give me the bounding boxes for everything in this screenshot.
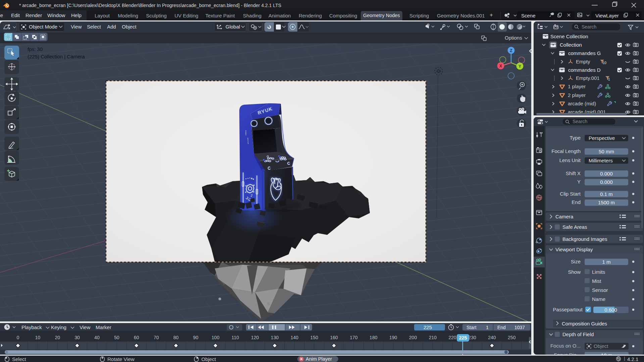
- svg-text:Focus Dis...: Focus Dis...: [554, 352, 581, 355]
- svg-text:arcade (mid): arcade (mid): [568, 101, 596, 106]
- svg-text:2 player: 2 player: [568, 92, 586, 98]
- svg-text:170: 170: [350, 335, 358, 340]
- svg-text:Focus on O...: Focus on O...: [550, 343, 581, 349]
- svg-text:Empty: Empty: [576, 59, 590, 64]
- svg-text:Limits: Limits: [592, 269, 605, 275]
- svg-text:Safe Areas: Safe Areas: [562, 224, 587, 230]
- svg-text:Composition Guides: Composition Guides: [562, 321, 607, 326]
- svg-text:50 mm: 50 mm: [599, 149, 614, 154]
- svg-text:20: 20: [55, 335, 60, 340]
- svg-text:50: 50: [114, 335, 119, 340]
- svg-text:100: 100: [211, 335, 219, 340]
- svg-text:fps: 30: fps: 30: [28, 46, 43, 52]
- svg-text:160: 160: [330, 335, 338, 340]
- svg-text:80: 80: [174, 335, 179, 340]
- svg-text:Type: Type: [569, 135, 581, 141]
- svg-text:0.1 m: 0.1 m: [600, 191, 613, 197]
- svg-text:180: 180: [369, 335, 378, 340]
- svg-text:210: 210: [429, 335, 437, 340]
- svg-text:10: 10: [603, 61, 607, 65]
- svg-text:40: 40: [94, 335, 100, 340]
- svg-text:1: 1: [608, 77, 610, 81]
- svg-text:200: 200: [409, 335, 417, 340]
- svg-text:Scene Collection: Scene Collection: [550, 34, 588, 39]
- svg-text:End: End: [572, 199, 581, 205]
- svg-text:Show: Show: [568, 269, 581, 275]
- svg-text:230: 230: [468, 335, 476, 340]
- svg-text:Background Images: Background Images: [562, 236, 607, 242]
- svg-text:Empty.001: Empty.001: [576, 75, 600, 81]
- svg-text:Passepartout: Passepartout: [553, 307, 583, 312]
- svg-text:70: 70: [154, 335, 159, 340]
- svg-text:10: 10: [35, 335, 41, 340]
- svg-text:Y: Y: [577, 179, 581, 185]
- svg-text:Focal Length: Focal Length: [551, 148, 581, 154]
- svg-text:Viewport Display: Viewport Display: [555, 247, 593, 252]
- svg-text:Sensor: Sensor: [592, 287, 608, 293]
- svg-text:150: 150: [310, 335, 318, 340]
- svg-text:Perspective: Perspective: [589, 135, 615, 141]
- svg-text:0.000: 0.000: [600, 179, 613, 185]
- svg-text:10 m: 10 m: [601, 352, 612, 355]
- svg-text:Y: Y: [518, 64, 521, 69]
- svg-text:240: 240: [488, 335, 496, 340]
- svg-text:commandes G: commandes G: [568, 50, 601, 56]
- svg-text:110: 110: [232, 335, 239, 340]
- svg-text:Lens Unit: Lens Unit: [559, 157, 581, 163]
- svg-text:Z: Z: [510, 48, 512, 53]
- svg-text:120: 120: [251, 335, 259, 340]
- svg-text:Millimeters: Millimeters: [589, 158, 613, 163]
- svg-text:1500 m: 1500 m: [598, 200, 615, 205]
- svg-text:60: 60: [134, 335, 139, 340]
- svg-text:0.000: 0.000: [600, 171, 613, 176]
- svg-text:Camera: Camera: [555, 214, 574, 219]
- svg-text:X: X: [499, 64, 502, 68]
- svg-text:190: 190: [389, 335, 397, 340]
- svg-text:1 player: 1 player: [568, 84, 586, 89]
- svg-text:Depth of Field: Depth of Field: [562, 331, 594, 337]
- svg-text:(225) Collection | Camera: (225) Collection | Camera: [28, 54, 85, 59]
- svg-text:Name: Name: [592, 296, 605, 302]
- svg-text:Collection: Collection: [560, 42, 582, 48]
- svg-text:90: 90: [193, 335, 198, 340]
- svg-text:140: 140: [291, 335, 299, 340]
- svg-text:Size: Size: [571, 259, 581, 264]
- svg-text:225: 225: [459, 335, 467, 341]
- svg-text:Shift X: Shift X: [566, 170, 581, 176]
- svg-text:130: 130: [271, 335, 279, 340]
- svg-text:30: 30: [75, 335, 80, 340]
- svg-text:Object: Object: [594, 343, 608, 349]
- svg-text:0: 0: [17, 335, 19, 340]
- svg-text:0.600: 0.600: [604, 307, 617, 313]
- svg-text:commandes D: commandes D: [568, 67, 601, 73]
- svg-text:220: 220: [449, 335, 457, 340]
- svg-text:Mist: Mist: [592, 278, 601, 284]
- svg-text:Clip Start: Clip Start: [560, 191, 581, 197]
- svg-text:1 m: 1 m: [602, 259, 610, 265]
- svg-text:250: 250: [508, 335, 516, 340]
